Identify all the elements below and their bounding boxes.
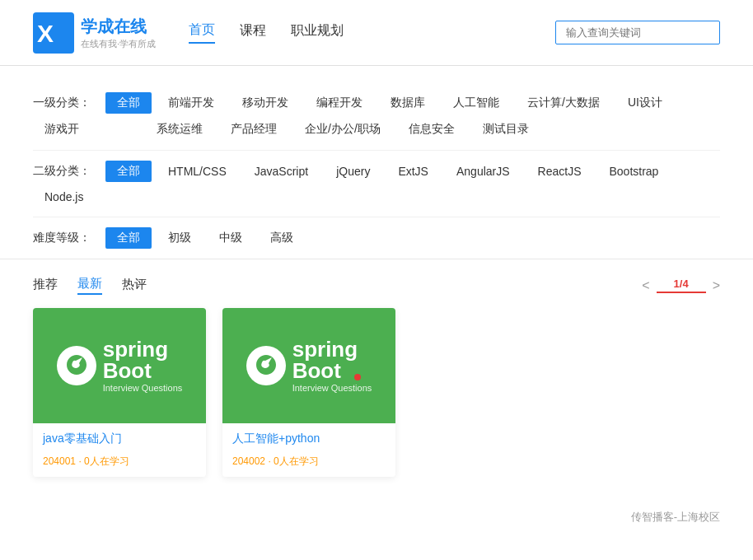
card-info-1: 人工智能+python 204002 · 0人在学习: [222, 423, 395, 477]
filter-tag-level1-10[interactable]: 产品经理: [219, 119, 288, 140]
filter-tag-level2-2[interactable]: JavaScript: [243, 161, 320, 181]
filter-label-level1: 一级分类：: [33, 96, 91, 110]
filter-row-level1: 一级分类： 全部 前端开发 移动开发 编程开发 数据库 人工智能 云计算/大数据…: [33, 82, 720, 151]
pagination-prev[interactable]: <: [642, 278, 649, 293]
spring-text-0: spring Boot Interview Questions: [103, 338, 183, 393]
footer-watermark: 传智播客-上海校区: [0, 493, 753, 541]
filter-tag-level1-1[interactable]: 前端开发: [157, 92, 226, 114]
logo-sub-text: 在线有我·学有所成: [81, 38, 156, 50]
red-dot: [354, 374, 361, 380]
filter-tag-level2-6[interactable]: ReactJS: [526, 161, 593, 181]
filter-tag-diff-3[interactable]: 高级: [259, 227, 305, 249]
spring-sub-0: Interview Questions: [103, 383, 183, 393]
pagination-underline: [657, 292, 706, 293]
spring-word-spring-1: spring: [292, 338, 372, 360]
filter-label-difficulty: 难度等级：: [33, 231, 91, 245]
filter-tag-diff-2[interactable]: 中级: [208, 227, 254, 249]
watermark-text: 传智播客-上海校区: [631, 511, 720, 523]
card-title-1: 人工智能+python: [232, 432, 386, 446]
header: X 学成在线 在线有我·学有所成 首页 课程 职业规划: [0, 0, 753, 66]
spring-logo-0: spring Boot Interview Questions: [57, 338, 183, 393]
filter-tag-level2-1[interactable]: HTML/CSS: [157, 161, 238, 181]
search-input[interactable]: [555, 21, 720, 44]
filter-tag-diff-0[interactable]: 全部: [105, 227, 152, 249]
filter-tag-level1-4[interactable]: 数据库: [379, 92, 437, 114]
spring-logo-1: spring Boot Interview Questions: [246, 338, 372, 393]
filter-tag-level1-12[interactable]: 信息安全: [397, 119, 466, 140]
filter-tag-level1-5[interactable]: 人工智能: [442, 92, 511, 114]
nav-item-home[interactable]: 首页: [189, 21, 215, 44]
filter-tag-level1-6[interactable]: 云计算/大数据: [516, 92, 611, 114]
filter-tag-level1-8[interactable]: 游戏开: [33, 119, 91, 140]
filter-tag-level1-9[interactable]: 系统运维: [145, 119, 214, 140]
filter-tag-diff-1[interactable]: 初级: [157, 227, 203, 249]
cards-grid: spring Boot Interview Questions java零基础入…: [33, 308, 720, 477]
nav-item-courses[interactable]: 课程: [240, 22, 266, 43]
pagination: < 1/4 >: [642, 278, 720, 293]
logo: X 学成在线 在线有我·学有所成: [33, 12, 156, 54]
course-card-0[interactable]: spring Boot Interview Questions java零基础入…: [33, 308, 206, 477]
filter-tag-level2-3[interactable]: jQuery: [325, 161, 381, 181]
spring-circle-1: [246, 346, 286, 385]
course-card-1[interactable]: spring Boot Interview Questions 人工智能+pyt…: [222, 308, 395, 477]
filter-tag-level2-0[interactable]: 全部: [105, 161, 152, 182]
card-info-0: java零基础入门 204001 · 0人在学习: [33, 423, 206, 477]
card-thumb-1: spring Boot Interview Questions: [222, 308, 395, 423]
card-title-0: java零基础入门: [43, 432, 196, 446]
filter-label-level2: 二级分类：: [33, 164, 91, 179]
filter-tag-level2-8[interactable]: Node.js: [33, 187, 95, 207]
spring-text-1: spring Boot Interview Questions: [292, 338, 372, 393]
pagination-next[interactable]: >: [713, 278, 720, 293]
logo-text: 学成在线 在线有我·学有所成: [81, 16, 156, 50]
logo-icon: X: [33, 12, 74, 54]
card-thumb-0: spring Boot Interview Questions: [33, 308, 206, 423]
filter-tag-level1-2[interactable]: 移动开发: [231, 92, 300, 114]
spring-sub-1: Interview Questions: [292, 383, 372, 393]
filter-tag-level1-0[interactable]: 全部: [105, 92, 152, 114]
pagination-current: 1/4: [674, 278, 689, 290]
svg-text:X: X: [37, 20, 54, 47]
card-meta-0: 204001 · 0人在学习: [43, 455, 196, 469]
filter-tag-level1-3[interactable]: 编程开发: [305, 92, 374, 114]
spring-word-boot-0: Boot: [103, 360, 183, 381]
filter-tag-level1-7[interactable]: UI设计: [616, 92, 674, 114]
course-area: 推荐 最新 热评 < 1/4 > spr: [0, 259, 753, 493]
tab-latest[interactable]: 最新: [77, 276, 102, 295]
filter-section: 一级分类： 全部 前端开发 移动开发 编程开发 数据库 人工智能 云计算/大数据…: [0, 66, 753, 259]
tab-recommended[interactable]: 推荐: [33, 277, 58, 294]
filter-tag-level2-7[interactable]: Bootstrap: [597, 161, 670, 181]
tab-popular[interactable]: 热评: [122, 277, 147, 294]
filter-tag-level2-4[interactable]: ExtJS: [386, 161, 440, 181]
card-meta-1: 204002 · 0人在学习: [232, 455, 386, 469]
spring-word-spring-0: spring: [103, 338, 183, 360]
nav-item-career[interactable]: 职业规划: [291, 22, 344, 43]
filter-tag-level1-13[interactable]: 测试目录: [471, 119, 540, 140]
filter-tag-level2-5[interactable]: AngularJS: [445, 161, 521, 181]
filter-row-level2: 二级分类： 全部 HTML/CSS JavaScript jQuery ExtJ…: [33, 151, 720, 217]
main-nav: 首页 课程 职业规划: [189, 21, 344, 44]
filter-tag-level1-11[interactable]: 企业/办公/职场: [293, 119, 392, 140]
logo-main-text: 学成在线: [81, 16, 156, 38]
spring-circle-0: [57, 346, 96, 385]
filter-row-difficulty: 难度等级： 全部 初级 中级 高级: [33, 217, 720, 259]
course-tabs-row: 推荐 最新 热评 < 1/4 >: [33, 276, 720, 295]
